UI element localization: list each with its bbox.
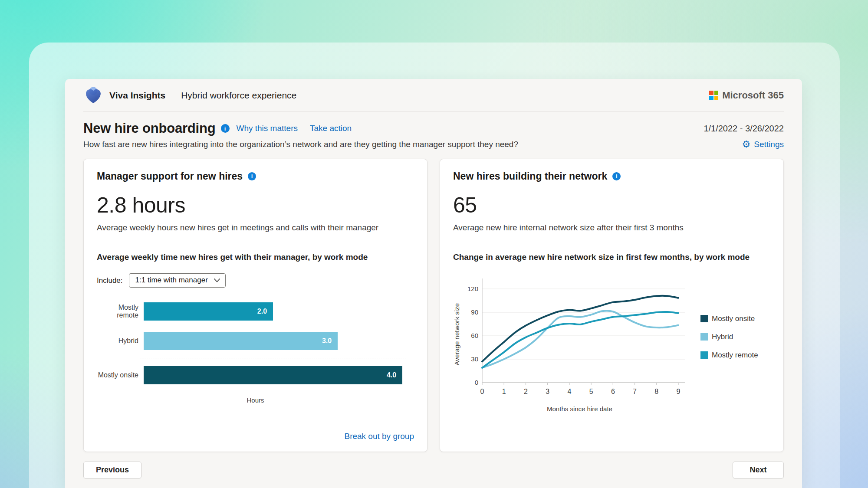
why-this-matters-link[interactable]: Why this matters [237, 124, 298, 133]
break-out-by-group-link[interactable]: Break out by group [344, 432, 414, 441]
legend-label: Mostly onsite [712, 314, 755, 323]
viva-insights-app: Viva Insights Hybrid workforce experienc… [65, 79, 802, 488]
legend-swatch [700, 315, 708, 322]
legend-swatch [700, 333, 708, 341]
card-title: Manager support for new hires [97, 170, 243, 182]
bar-row: Mostly remote2.0 [97, 302, 414, 321]
svg-text:9: 9 [677, 388, 681, 395]
metric-value: 2.8 hours [97, 193, 414, 218]
line-chart-y-axis-label: Average network size [453, 303, 460, 365]
settings-link[interactable]: Settings [754, 140, 784, 149]
settings-control[interactable]: ⚙ Settings [742, 140, 784, 149]
line-chart-legend: Mostly onsiteHybridMostly remote [700, 314, 758, 360]
bar-value-label: 4.0 [387, 371, 402, 379]
page-title: Hybrid workforce experience [181, 90, 296, 101]
info-icon[interactable]: i [248, 172, 256, 180]
line-chart-area: Average network size 0306090120012345678… [453, 273, 770, 413]
bar-value-label: 3.0 [322, 337, 338, 345]
svg-text:8: 8 [654, 388, 658, 395]
svg-text:7: 7 [633, 388, 637, 395]
bar-value-label: 2.0 [257, 308, 273, 315]
brand-name: Microsoft 365 [722, 90, 784, 101]
gear-icon: ⚙ [742, 140, 751, 149]
metric-caption: Average new hire internal network size a… [453, 223, 770, 233]
bar-category-label: Mostly remote [97, 304, 144, 319]
app-name: Viva Insights [109, 90, 165, 101]
legend-item: Mostly remote [700, 351, 758, 360]
legend-label: Mostly remote [712, 351, 758, 360]
line-chart-plot: 03060901200123456789 [461, 273, 698, 403]
viva-insights-logo-icon [83, 85, 103, 105]
microsoft-365-brand: Microsoft 365 [709, 90, 784, 101]
include-dropdown-value: 1:1 time with manager [135, 276, 208, 285]
card-title: New hires building their network [453, 170, 607, 182]
take-action-link[interactable]: Take action [310, 124, 352, 133]
section-header: New hire onboarding i Why this matters T… [65, 112, 802, 149]
svg-text:0: 0 [480, 388, 484, 395]
include-dropdown[interactable]: 1:1 time with manager [129, 273, 226, 288]
svg-text:60: 60 [471, 332, 478, 339]
include-label: Include: [97, 276, 123, 285]
svg-text:5: 5 [589, 388, 593, 395]
info-icon[interactable]: i [612, 172, 621, 180]
svg-text:90: 90 [471, 308, 478, 316]
bar-row: Mostly onsite4.0 [97, 366, 414, 384]
manager-support-card: Manager support for new hires i 2.8 hour… [83, 159, 427, 452]
bar: 2.0 [144, 302, 273, 321]
line-chart: 03060901200123456789 Months since hire d… [461, 273, 698, 413]
svg-text:120: 120 [467, 285, 478, 292]
previous-button[interactable]: Previous [83, 462, 141, 478]
info-icon[interactable]: i [221, 124, 230, 133]
legend-label: Hybrid [712, 333, 733, 341]
bar: 3.0 [144, 332, 338, 350]
app-header: Viva Insights Hybrid workforce experienc… [83, 79, 784, 112]
microsoft-logo-icon [709, 91, 718, 100]
svg-text:30: 30 [471, 355, 478, 363]
metric-caption: Average weekly hours new hires get in me… [97, 223, 414, 233]
legend-item: Mostly onsite [700, 314, 758, 323]
svg-text:0: 0 [475, 379, 478, 386]
bar-chart: Mostly remote2.0Hybrid3.0Mostly onsite4.… [97, 302, 414, 396]
bar-category-label: Mostly onsite [97, 371, 144, 379]
line-chart-x-axis-label: Months since hire date [461, 405, 698, 413]
date-range: 1/1/2022 - 3/26/2022 [704, 124, 784, 134]
bar-category-label: Hybrid [97, 337, 144, 345]
svg-text:1: 1 [502, 388, 506, 395]
svg-text:4: 4 [567, 388, 571, 395]
line-chart-title: Change in average new hire network size … [453, 252, 770, 262]
bar-chart-title: Average weekly time new hires get with t… [97, 252, 414, 262]
metric-value: 65 [453, 193, 770, 218]
network-card: New hires building their network i 65 Av… [440, 159, 784, 452]
svg-text:2: 2 [524, 388, 528, 395]
section-title: New hire onboarding [83, 121, 216, 136]
svg-text:3: 3 [546, 388, 549, 395]
line-series [482, 296, 678, 362]
legend-swatch [700, 351, 708, 359]
chevron-down-icon [214, 278, 220, 282]
section-description: How fast are new hires integrating into … [83, 140, 518, 149]
legend-item: Hybrid [700, 333, 758, 341]
next-button[interactable]: Next [733, 462, 784, 478]
wizard-footer: Previous Next [65, 452, 802, 478]
bar-chart-x-axis-label: Hours [97, 396, 414, 404]
svg-text:6: 6 [611, 388, 615, 395]
bar-chart-dashed-divider [140, 358, 406, 358]
cards-row: Manager support for new hires i 2.8 hour… [65, 149, 802, 452]
bar: 4.0 [144, 366, 402, 384]
bar-row: Hybrid3.0 [97, 332, 414, 350]
